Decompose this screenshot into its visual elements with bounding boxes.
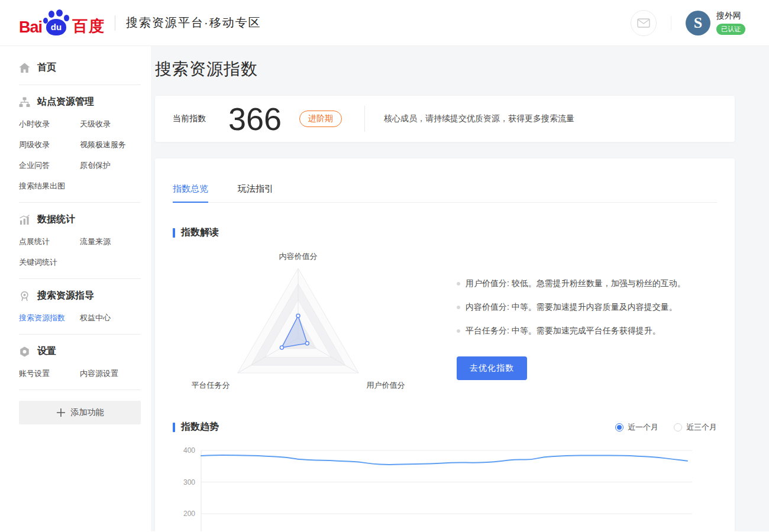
section-title-label: 数据统计: [37, 213, 75, 226]
sidebar-link-weekly-inclusion[interactable]: 周级收录: [19, 140, 80, 150]
section-marker: [173, 228, 175, 238]
tab-index-overview[interactable]: 指数总览: [173, 183, 208, 202]
sidebar-section-resource-guide-title[interactable]: 搜索资源指导: [19, 290, 151, 302]
verified-badge: 已认证: [716, 24, 745, 35]
svg-text:300: 300: [183, 478, 195, 486]
bullet-dot-icon: [457, 329, 460, 333]
radio-label: 近三个月: [686, 422, 717, 433]
sidebar-link-original-protection[interactable]: 原创保护: [80, 160, 141, 171]
section-interpretation-title: 指数解读: [181, 226, 219, 239]
sidebar-link-keyword-stats[interactable]: 关键词统计: [19, 257, 80, 268]
sidebar-section-site-resources-title[interactable]: 站点资源管理: [19, 96, 151, 108]
radio-label: 近一个月: [628, 422, 658, 433]
sidebar-section-settings-title[interactable]: 设置: [19, 345, 151, 358]
sidebar-link-video-express[interactable]: 视频极速服务: [80, 140, 141, 150]
sidebar-item-home[interactable]: 首页: [19, 61, 151, 74]
bullet-text: 用户价值分: 较低。急需提升粉丝数量，加强与粉丝的互动。: [466, 278, 686, 289]
radar-chart-container: 内容价值分用户价值分平台任务分: [173, 239, 440, 400]
section-title-label: 站点资源管理: [37, 96, 94, 108]
optimize-index-button[interactable]: 去优化指数: [457, 356, 527, 380]
sidebar-divider: [19, 390, 141, 390]
interpretation-row: 内容价值分用户价值分平台任务分 用户价值分: 较低。急需提升粉丝数量，加强与粉丝…: [173, 239, 717, 400]
score-bullet-platform-task: 平台任务分: 中等。需要加速完成平台任务获得提升。: [457, 325, 717, 336]
tab-label: 玩法指引: [238, 183, 273, 193]
svg-text:400: 400: [183, 446, 195, 455]
header-left: Bai du 百度 搜索资源平台·移动专区: [19, 9, 261, 37]
sidebar-section-settings: 设置 账号设置 内容源设置: [19, 345, 151, 379]
index-card-message: 核心成员，请持续提交优质资源，获得更多搜索流量: [384, 113, 574, 124]
logo-text-du: du: [51, 22, 62, 32]
score-bullet-content-value: 内容价值分: 中等。需要加速提升内容质量及内容提交量。: [457, 301, 717, 313]
avatar-letter: S: [694, 14, 702, 32]
bullet-text: 内容价值分: 中等。需要加速提升内容质量及内容提交量。: [466, 301, 677, 313]
username[interactable]: 搜外网: [716, 11, 741, 21]
logo-text-cn: 百度: [72, 16, 105, 37]
sidebar-section-resource-guide: 搜索资源指导 搜索资源指数 权益中心: [19, 290, 151, 323]
bar-chart-icon: [19, 215, 30, 225]
stage-badge: 进阶期: [299, 111, 342, 127]
section-marker: [173, 423, 175, 432]
add-feature-label: 添加功能: [71, 407, 104, 418]
sidebar-section-data-stats: 数据统计 点展统计 流量来源 关键词统计: [19, 213, 151, 268]
sidebar-divider: [19, 334, 141, 335]
plus-icon: [56, 408, 66, 417]
sidebar-link-content-source-settings[interactable]: 内容源设置: [80, 368, 141, 379]
page-title: 搜索资源指数: [155, 58, 735, 80]
radio-last-three-months[interactable]: 近三个月: [674, 422, 717, 433]
index-card-divider: [364, 106, 365, 132]
sidebar-link-impression-stats[interactable]: 点展统计: [19, 236, 80, 247]
sidebar-link-daily-inclusion[interactable]: 天级收录: [80, 119, 141, 129]
trend-chart: 400300200: [173, 442, 717, 531]
add-feature-button[interactable]: 添加功能: [19, 401, 141, 424]
baidu-paw-icon: du: [43, 9, 70, 37]
radio-last-month[interactable]: 近一个月: [615, 422, 658, 433]
score-bullet-user-value: 用户价值分: 较低。急需提升粉丝数量，加强与粉丝的互动。: [457, 278, 717, 289]
sidebar-link-account-settings[interactable]: 账号设置: [19, 368, 80, 379]
home-icon: [19, 63, 30, 73]
mail-icon: [637, 18, 650, 28]
section-interpretation-header: 指数解读: [173, 226, 717, 239]
radio-circle-icon: [615, 423, 623, 432]
sidebar-divider: [19, 278, 141, 279]
baidu-logo[interactable]: Bai du 百度: [19, 9, 105, 37]
header-right-divider: [671, 16, 671, 30]
sidebar-section-data-stats-title[interactable]: 数据统计: [19, 213, 151, 226]
sidebar-link-hourly-inclusion[interactable]: 小时收录: [19, 119, 80, 129]
sitemap-icon: [19, 97, 30, 108]
sidebar-link-traffic-source[interactable]: 流量来源: [80, 236, 141, 247]
tab-play-guide[interactable]: 玩法指引: [238, 183, 273, 202]
gear-icon: [19, 346, 30, 357]
tab-label: 指数总览: [173, 183, 208, 193]
bullet-text: 平台任务分: 中等。需要加速完成平台任务获得提升。: [466, 325, 661, 336]
sidebar-home-label: 首页: [37, 61, 56, 74]
sidebar-link-enterprise-qa[interactable]: 企业问答: [19, 160, 80, 171]
section-trend-title: 指数趋势: [181, 421, 219, 433]
site-title: 搜索资源平台·移动专区: [126, 15, 261, 31]
sidebar-divider: [19, 85, 141, 85]
header-divider: [115, 15, 115, 31]
index-detail-card: 指数总览 玩法指引 指数解读 内容价值分用户价值分平台任务分: [155, 158, 735, 531]
sidebar-link-rights-center[interactable]: 权益中心: [80, 313, 141, 323]
bullet-dot-icon: [457, 306, 460, 309]
mail-button[interactable]: [631, 10, 657, 36]
user-meta: 搜外网 已认证: [716, 11, 745, 35]
current-index-value: 366: [228, 100, 282, 137]
svg-text:200: 200: [183, 510, 195, 518]
avatar[interactable]: S: [686, 11, 710, 35]
main-content: 搜索资源指数 当前指数 366 进阶期 核心成员，请持续提交优质资源，获得更多搜…: [151, 46, 769, 531]
trend-chart-container: 400300200: [173, 442, 717, 531]
svg-text:用户价值分: 用户价值分: [367, 381, 405, 390]
svg-text:内容价值分: 内容价值分: [279, 252, 318, 261]
score-summary: 用户价值分: 较低。急需提升粉丝数量，加强与粉丝的互动。 内容价值分: 中等。需…: [440, 239, 717, 400]
sidebar-link-search-result-image[interactable]: 搜索结果出图: [19, 181, 80, 192]
section-title-label: 搜索资源指导: [37, 290, 94, 302]
sidebar: 首页 站点资源管理 小时收录 天级收录 周级收录 视频极速服务 企业问答 原创保…: [0, 46, 151, 531]
tab-bar: 指数总览 玩法指引: [173, 183, 717, 203]
svg-text:平台任务分: 平台任务分: [192, 381, 230, 390]
sidebar-link-search-resource-index[interactable]: 搜索资源指数: [19, 313, 80, 323]
medal-icon: [19, 291, 30, 301]
trend-range-radios: 近一个月 近三个月: [615, 422, 717, 433]
bullet-dot-icon: [457, 282, 460, 286]
sidebar-section-site-resources: 站点资源管理 小时收录 天级收录 周级收录 视频极速服务 企业问答 原创保护 搜…: [19, 96, 151, 192]
logo-text-bai: Bai: [19, 18, 42, 37]
